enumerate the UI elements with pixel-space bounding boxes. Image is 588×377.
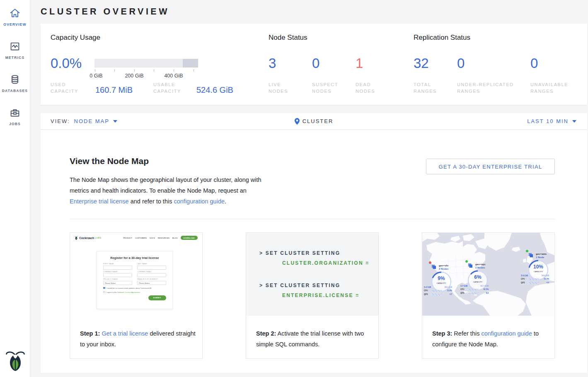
description-line: Enterprise trial license and refer to th… (70, 196, 261, 207)
sidebar-item-label: OVERVIEW (3, 22, 26, 27)
node-cube-icon (431, 264, 436, 269)
capacity-usage-title: Capacity Usage (51, 34, 100, 42)
get-trial-license-link[interactable]: Get a trial license (102, 330, 148, 337)
sidebar-item-metrics[interactable]: METRICS (0, 33, 30, 66)
main-content: CLUSTER OVERVIEW Capacity Usage 0.0% 0 G… (30, 0, 588, 377)
replication-status-title: Replication Status (414, 34, 470, 42)
trial-license-screenshot: Cockroach LABS PRODUCT CUSTOMERS DOCS RE… (70, 233, 202, 316)
metrics-icon (9, 40, 21, 53)
divider (70, 219, 555, 219)
node-cube-icon (528, 252, 533, 258)
suspect-nodes-value: 0 (312, 56, 319, 71)
under-replicated-value: 0 (457, 56, 465, 71)
total-ranges-value: 32 (414, 56, 429, 71)
view-bar: VIEW: NODE MAP CLUSTER LAST 10 MIN (41, 113, 587, 130)
step-1-card: Cockroach LABS PRODUCT CUSTOMERS DOCS RE… (70, 232, 203, 359)
chevron-down-icon (572, 120, 576, 123)
configuration-guide-link[interactable]: configuration guide (174, 198, 225, 205)
tick-label: 0 GiB (90, 73, 102, 79)
view-selector[interactable]: VIEW: NODE MAP (51, 118, 117, 124)
configuration-guide-link[interactable]: configuration guide (481, 330, 532, 337)
sql-commands-snippet: > SET CLUSTER SETTING CLUSTER.ORGANIZATI… (246, 233, 378, 316)
live-nodes-label: LIVE NODES (269, 81, 302, 94)
live-nodes-value: 3 (269, 56, 276, 71)
code-line: > SET CLUSTER SETTING (259, 283, 340, 288)
tick-label: 400 GiB (164, 73, 183, 79)
suspect-nodes-label: SUSPECT NODES (312, 81, 345, 94)
code-line: CLUSTER.ORGANIZATION = (282, 260, 370, 266)
description-line: The Node Map shows the geographical layo… (70, 174, 261, 185)
chevron-down-icon (113, 120, 117, 123)
usable-capacity-label: USABLE CAPACITY (153, 81, 188, 94)
node-cube-icon (467, 263, 473, 268)
unavailable-label: UNAVAILABLE RANGES (530, 81, 576, 94)
cockroach-labs-logo: Cockroach LABS (75, 236, 101, 240)
tick-label: 200 GiB (125, 73, 143, 79)
code-line: > SET CLUSTER SETTING (259, 250, 340, 256)
home-icon (9, 7, 21, 19)
code-line: ENTERPRISE.LICENSE = (282, 292, 359, 298)
node-status-title: Node Status (269, 34, 307, 42)
sidebar-item-label: JOBS (9, 122, 21, 126)
total-ranges-label: TOTAL RANGES (414, 81, 443, 94)
view-label: VIEW: (51, 118, 70, 124)
description-line: metrics and health indicators. To enable… (70, 185, 261, 196)
node-map-panel: View the Node Map GET A 30-DAY ENTERPRIS… (41, 130, 587, 373)
view-value: NODE MAP (74, 118, 109, 124)
time-range-selector[interactable]: LAST 10 MIN (527, 118, 576, 124)
step-2-card: > SET CLUSTER SETTING CLUSTER.ORGANIZATI… (246, 232, 379, 359)
briefcase-icon (9, 106, 21, 119)
enterprise-trial-license-link[interactable]: Enterprise trial license (70, 198, 129, 205)
step-1-caption: Step 1: Get a trial license delivered st… (80, 328, 198, 350)
database-icon (9, 73, 21, 86)
capacity-gauge: 0 GiB 200 GiB 400 GiB (94, 59, 198, 68)
map-pin-icon (295, 118, 300, 125)
sidebar-item-overview[interactable]: OVERVIEW (0, 0, 30, 33)
node-map-preview: geo=sfo 2 Nodes 9% CAPACITY 3.2 GiB351 G… (422, 233, 554, 316)
node-map-description: The Node Map shows the geographical layo… (70, 174, 261, 207)
scope-label: CLUSTER (302, 118, 334, 124)
breadcrumb: CLUSTER (41, 118, 587, 125)
time-range-value: LAST 10 MIN (527, 118, 569, 124)
step-3-caption: Step 3: Refer this configuration guide t… (432, 328, 550, 350)
capacity-percent: 0.0% (51, 56, 82, 71)
page-title: CLUSTER OVERVIEW (41, 6, 587, 18)
unavailable-value: 0 (530, 56, 538, 71)
sidebar: OVERVIEW METRICS DATABASES JOBS (0, 0, 30, 377)
cockroachdb-logo (0, 350, 30, 371)
enterprise-trial-button[interactable]: GET A 30-DAY ENTERPRISE TRIAL (426, 159, 555, 174)
under-replicated-label: UNDER-REPLICATED RANGES (457, 81, 523, 94)
sidebar-item-databases[interactable]: DATABASES (0, 66, 30, 99)
used-capacity-label: USED CAPACITY (51, 81, 85, 94)
dead-nodes-value: 1 (356, 56, 363, 71)
step-3-card: geo=sfo 2 Nodes 9% CAPACITY 3.2 GiB351 G… (422, 232, 555, 359)
dead-nodes-label: DEAD NODES (356, 81, 389, 94)
used-capacity-value: 160.7 MiB (95, 85, 133, 95)
node-map-heading: View the Node Map (70, 156, 149, 166)
sidebar-item-label: METRICS (5, 56, 25, 60)
usable-capacity-value: 524.6 GiB (196, 85, 233, 95)
sidebar-item-label: DATABASES (2, 89, 28, 93)
step-2-caption: Step 2: Activate the trial license with … (256, 328, 374, 350)
sidebar-item-jobs[interactable]: JOBS (0, 99, 30, 133)
cluster-summary-card: Capacity Usage 0.0% 0 GiB 200 GiB 400 Gi… (41, 24, 587, 105)
